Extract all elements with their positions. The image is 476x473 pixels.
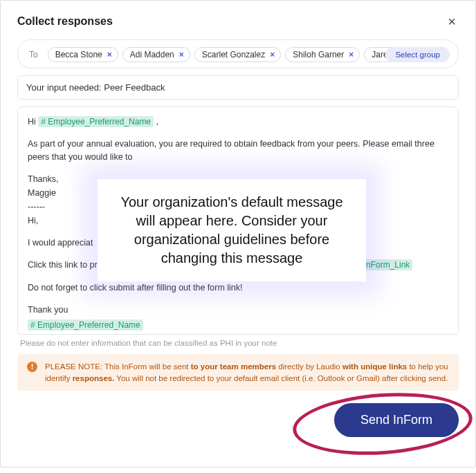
chip-remove-icon[interactable]: × [270,50,275,59]
chip-label: Adi Madden [130,50,174,59]
warning-icon: ! [27,362,37,372]
select-group-button[interactable]: Select group [385,47,450,62]
to-label: To [26,47,44,62]
chip-remove-icon[interactable]: × [349,50,354,59]
chip-remove-icon[interactable]: × [179,50,184,59]
subject-value: Your input needed: Peer Feedback [26,82,165,93]
recipient-chip[interactable]: Adi Madden × [122,47,190,62]
chip-label: Becca Stone [55,50,102,59]
recipient-chip[interactable]: Becca Stone × [48,47,118,62]
phi-disclaimer: Please do not enter information that can… [20,339,456,347]
warning-note: ! PLEASE NOTE: This InForm will be sent … [17,354,459,391]
collect-responses-modal: Collect responses × To Becca Stone × Adi… [0,0,476,467]
line-signature-token: # Employee_Preferred_Name [28,319,448,331]
token-employee-name[interactable]: # Employee_Preferred_Name [28,319,143,331]
close-button[interactable]: × [445,15,459,28]
recipient-chip[interactable]: Scarlet Gonzalez × [194,47,281,62]
line-para1: As part of your annual evaluation, you a… [28,138,448,163]
recipients-panel[interactable]: To Becca Stone × Adi Madden × Scarlet Go… [17,39,459,68]
line-thank-you: Thank you [28,304,448,316]
chip-label: Shiloh Garner [293,50,344,59]
send-inform-button[interactable]: Send InForm [334,403,459,437]
line-greeting: Hi # Employee_Preferred_Name , [28,115,448,128]
token-employee-name[interactable]: # Employee_Preferred_Name [38,116,154,127]
tutorial-callout: Your organization's default message will… [98,179,366,281]
recipient-chip[interactable]: Shiloh Garner × [285,47,360,62]
modal-title: Collect responses [17,15,113,28]
chip-remove-icon[interactable]: × [107,50,112,59]
modal-header: Collect responses × [17,15,459,28]
action-row: Send InForm [17,403,459,437]
warning-text: PLEASE NOTE: This InForm will be sent to… [45,362,448,382]
line-dont-forget: Do not forget to click submit after fill… [28,281,448,294]
subject-input[interactable]: Your input needed: Peer Feedback [17,75,459,100]
close-icon: × [448,14,456,29]
chip-label: Scarlet Gonzalez [202,50,265,59]
